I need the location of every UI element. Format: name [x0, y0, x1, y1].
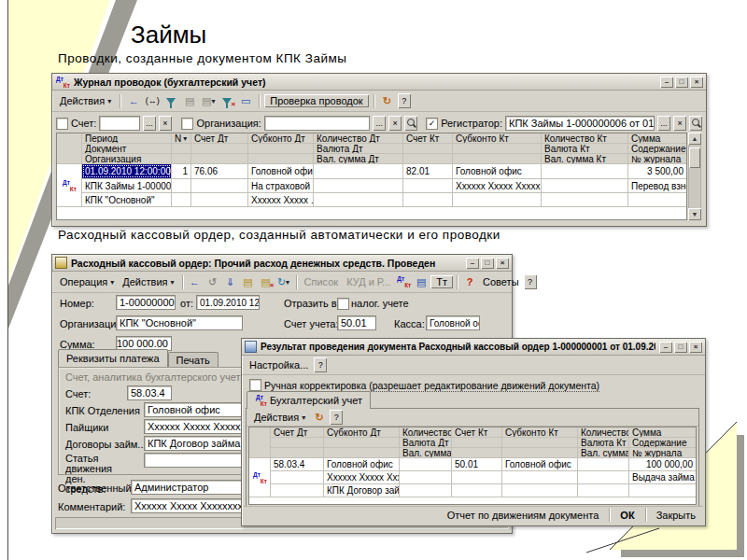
cell-amount[interactable]: 3 500,00	[628, 164, 686, 178]
col-debit-qty[interactable]: Количество Дт	[314, 133, 402, 143]
col-credit-qty[interactable]: Количество Кт	[578, 427, 628, 437]
vertical-scrollbar[interactable]: ▲ ▼	[688, 133, 701, 220]
cell-n[interactable]: 1	[172, 164, 190, 178]
group-account-field[interactable]: 58.03.4	[127, 385, 172, 400]
settings-button[interactable]: Настройка...	[246, 358, 312, 371]
help-button[interactable]: ?	[314, 357, 327, 372]
tab-payment-details[interactable]: Реквизиты платежа	[58, 349, 168, 367]
account-filter-input[interactable]	[99, 116, 140, 131]
cell-debit-account[interactable]: 76.06	[191, 164, 247, 178]
copy-icon[interactable]: ▤	[181, 93, 198, 108]
cell-debit-subconto2[interactable]: На страховой ...	[248, 179, 313, 192]
filter-settings-icon[interactable]	[162, 93, 179, 108]
ok-button[interactable]: ОК	[616, 509, 638, 522]
reread-icon[interactable]: ↺	[204, 274, 221, 289]
cell-debit-subconto3[interactable]: КПК Договор займ...	[324, 484, 399, 497]
registrar-filter-input[interactable]: КПК Займы 1-000000006 от 01.09.2010 12:0…	[505, 116, 655, 131]
col-n[interactable]: N▾	[172, 133, 190, 143]
tips-button[interactable]: Советы	[479, 275, 522, 288]
unpost-document-icon[interactable]: ▤×	[258, 274, 275, 289]
col-period[interactable]: Период	[82, 133, 171, 143]
cell-document[interactable]: КПК Займы 1-000000006 о...	[82, 179, 171, 192]
org-filter-checkbox[interactable]	[181, 118, 193, 130]
refresh-icon[interactable]: ↻	[311, 410, 328, 425]
cell-debit-subconto1[interactable]: Головной офис	[248, 164, 313, 178]
col-debit-qty[interactable]: Количество ...	[400, 427, 451, 437]
account-filter-checkbox[interactable]	[56, 118, 68, 130]
cell-credit-account[interactable]: 50.01	[452, 458, 501, 470]
copy-dropdown-icon[interactable]: ▤▾	[200, 93, 217, 108]
tax-checkbox[interactable]	[337, 298, 349, 310]
actions-menu-button[interactable]: Действия ▾	[56, 94, 115, 107]
cell-amount[interactable]: 100 000,00	[629, 458, 696, 470]
cell-credit-subconto1[interactable]: Головной офис	[453, 164, 541, 178]
cell-debit-subconto2[interactable]: Хххххх Ххххх Ххххх...	[324, 471, 399, 483]
col-credit-account[interactable]: Счет Кт	[452, 427, 501, 437]
choose-button[interactable]: ...	[373, 116, 386, 131]
minimize-icon[interactable]: –	[659, 342, 672, 353]
search-icon[interactable]	[404, 116, 417, 131]
manual-correction-checkbox[interactable]	[249, 379, 261, 391]
back-icon[interactable]: ←	[125, 93, 142, 108]
help-button[interactable]: ?	[524, 274, 537, 289]
col-credit-subconto[interactable]: Субконто Кт	[502, 427, 577, 437]
cell-debit-account[interactable]: 58.03.4	[271, 458, 323, 470]
cell-content[interactable]: Перевод взно...	[628, 179, 686, 192]
clear-button[interactable]: ×	[673, 116, 686, 131]
refresh-icon[interactable]: ↻	[379, 93, 396, 108]
cash-order-titlebar[interactable]: Расходный кассовый ордер: Прочий расход …	[52, 255, 512, 272]
cell-content[interactable]: Выдача займа № сч...	[629, 471, 696, 483]
scroll-thumb[interactable]	[689, 147, 700, 168]
actions-menu-button[interactable]: Действия ▾	[250, 411, 309, 424]
account-field[interactable]: 50.01	[337, 315, 376, 330]
col-debit-account[interactable]: Счет Дт	[191, 133, 247, 143]
help-button[interactable]: ?	[398, 93, 411, 108]
col-debit-subconto[interactable]: Субконто Дт	[248, 133, 313, 143]
cash-field[interactable]: Головной офис	[426, 315, 480, 330]
col-debit-subconto[interactable]: Субконто Дт	[324, 427, 399, 437]
dtkt-icon[interactable]: ДтКт	[395, 274, 412, 289]
scroll-up-icon[interactable]: ▲	[688, 133, 701, 145]
maximize-icon[interactable]: □	[675, 77, 688, 88]
cell-organization[interactable]: КПК "Основной"	[82, 193, 171, 206]
close-button[interactable]: Закрыть	[653, 509, 699, 522]
actions-menu-button[interactable]: Действия ▾	[119, 275, 177, 288]
help-button[interactable]: ?	[330, 410, 343, 425]
number-field[interactable]: 1-000000001	[116, 295, 176, 310]
list-button[interactable]: Список	[301, 275, 343, 288]
col-amount[interactable]: Сумма	[628, 133, 686, 143]
col-credit-qty[interactable]: Количество Кт	[542, 133, 627, 143]
report-structure-icon[interactable]: ▤	[413, 274, 430, 289]
kud-button[interactable]: КУД и Р...	[343, 275, 394, 288]
cell-debit-subconto1[interactable]: Головной офис	[324, 458, 399, 470]
save-icon[interactable]: ⇓	[222, 274, 239, 289]
cell-credit-account[interactable]: 82.01	[403, 164, 452, 178]
col-credit-subconto[interactable]: Субконто Кт	[453, 133, 541, 143]
post-document-icon[interactable]: ▤	[240, 274, 257, 289]
registrar-filter-checkbox[interactable]: ✓	[426, 118, 438, 130]
journal-titlebar[interactable]: ДтКт Журнал проводок (бухгалтерский учет…	[52, 74, 706, 91]
result-titlebar[interactable]: Результат проведения документа Расходный…	[242, 339, 705, 356]
maximize-icon[interactable]: □	[674, 342, 687, 353]
search-icon[interactable]	[689, 116, 702, 131]
filter-clear-icon[interactable]: ×	[218, 93, 235, 108]
fit-width-icon[interactable]: (↔)	[144, 93, 161, 108]
result-table[interactable]: Счет Дт Субконто Дт Количество ... Валют…	[248, 427, 697, 505]
col-debit-account[interactable]: Счет Дт	[271, 427, 323, 437]
col-credit-account[interactable]: Счет Кт	[403, 133, 452, 143]
choose-button[interactable]: ...	[143, 116, 156, 131]
tt-button[interactable]: Тт	[430, 275, 453, 288]
cell-credit-subconto1[interactable]: Головной офис	[502, 458, 577, 470]
org-filter-input[interactable]	[264, 116, 370, 131]
post-menu-icon[interactable]: ↻▾	[275, 274, 292, 289]
choose-button[interactable]: ...	[657, 116, 670, 131]
col-amount[interactable]: Сумма	[629, 427, 696, 437]
date-field[interactable]: 01.09.2010 12:00:00	[196, 295, 260, 310]
tab-print[interactable]: Печать	[168, 352, 218, 367]
org-field[interactable]: КПК "Основной"	[116, 315, 243, 330]
check-postings-button[interactable]: Проверка проводок	[264, 94, 368, 107]
close-icon[interactable]: ×	[689, 342, 702, 353]
movements-report-button[interactable]: Отчет по движениям документа	[444, 509, 603, 522]
close-icon[interactable]: ×	[496, 258, 509, 269]
scroll-down-icon[interactable]: ▼	[688, 208, 701, 220]
